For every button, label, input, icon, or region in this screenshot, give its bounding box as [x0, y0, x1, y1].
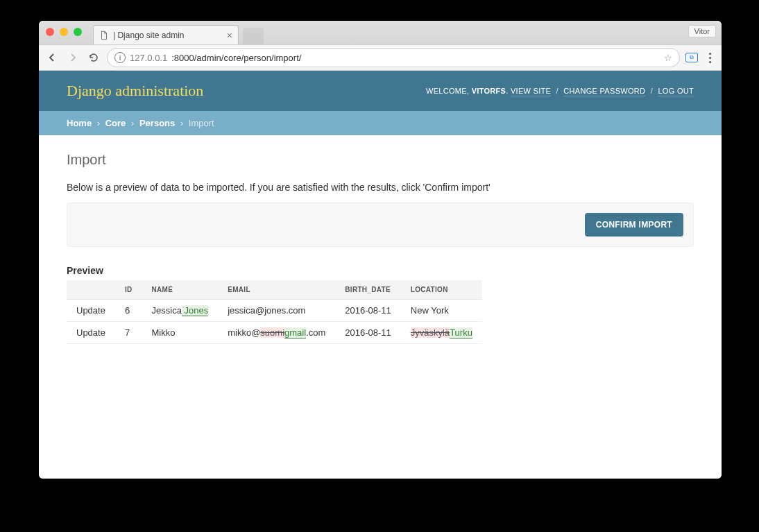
- page-title: Import: [67, 152, 694, 168]
- breadcrumb-model[interactable]: Persons: [139, 118, 175, 128]
- cell-id: 6: [115, 300, 142, 322]
- cell-email: jessica@jones.com: [218, 300, 335, 322]
- table-row: Update 7 Mikko mikko@suomigmail.com 2016…: [67, 322, 482, 344]
- welcome-label: WELCOME,: [426, 87, 469, 95]
- window-controls: [46, 28, 82, 36]
- minimize-window-button[interactable]: [60, 28, 68, 36]
- diff-insert: Jones: [182, 305, 208, 316]
- col-email: EMAIL: [218, 280, 335, 300]
- tab-title: | Django site admin: [113, 31, 185, 40]
- preview-description: Below is a preview of data to be importe…: [67, 182, 694, 193]
- cell-id: 7: [115, 322, 142, 344]
- profile-badge[interactable]: Vitor: [688, 25, 716, 37]
- close-tab-icon[interactable]: ×: [227, 30, 232, 41]
- separator: /: [554, 87, 561, 95]
- col-location: LOCATION: [401, 280, 482, 300]
- user-tools: WELCOME, VITORFS. VIEW SITE / CHANGE PAS…: [426, 87, 694, 95]
- diff-insert: gmail: [284, 327, 306, 338]
- maximize-window-button[interactable]: [74, 28, 82, 36]
- bookmark-icon[interactable]: ☆: [664, 53, 672, 63]
- preview-heading: Preview: [67, 265, 694, 276]
- extension-icon[interactable]: ⧉: [685, 53, 698, 62]
- browser-tab[interactable]: | Django site admin ×: [93, 25, 239, 44]
- separator: /: [648, 87, 656, 95]
- new-tab-button[interactable]: [243, 28, 264, 44]
- breadcrumb-app[interactable]: Core: [105, 118, 126, 128]
- cell-location: New York: [401, 300, 482, 322]
- table-header-row: ID NAME EMAIL BIRTH_DATE LOCATION: [67, 280, 482, 300]
- page-content: Django administration WELCOME, VITORFS. …: [39, 71, 722, 479]
- breadcrumb-home[interactable]: Home: [67, 118, 92, 128]
- diff-delete: suomi: [260, 327, 284, 338]
- forward-button[interactable]: [65, 50, 80, 65]
- content-main: Import Below is a preview of data to be …: [39, 135, 722, 361]
- back-button[interactable]: [44, 50, 60, 65]
- view-site-link[interactable]: VIEW SITE: [511, 87, 551, 96]
- col-name: NAME: [142, 280, 219, 300]
- breadcrumb-current: Import: [189, 118, 214, 128]
- site-info-icon[interactable]: i: [114, 52, 126, 63]
- col-id: ID: [115, 280, 142, 300]
- logout-link[interactable]: LOG OUT: [658, 87, 694, 96]
- col-birthdate: BIRTH_DATE: [335, 280, 401, 300]
- cell-location: JyväskyläTurku: [401, 322, 482, 344]
- cell-name: Mikko: [142, 322, 219, 344]
- submit-row: CONFIRM IMPORT: [67, 203, 694, 247]
- preview-table: ID NAME EMAIL BIRTH_DATE LOCATION Update…: [67, 280, 482, 344]
- address-bar[interactable]: i 127.0.0.1:8000/admin/core/person/impor…: [107, 48, 680, 67]
- cell-birthdate: 2016-08-11: [335, 300, 401, 322]
- cell-name: Jessica Jones: [142, 300, 219, 322]
- change-password-link[interactable]: CHANGE PASSWORD: [563, 87, 645, 96]
- reload-button[interactable]: [86, 50, 101, 65]
- breadcrumb: Home › Core › Persons › Import: [39, 111, 722, 135]
- url-host: 127.0.0.1: [130, 53, 167, 63]
- tab-strip: | Django site admin × Vitor: [39, 21, 722, 44]
- confirm-import-button[interactable]: CONFIRM IMPORT: [585, 213, 683, 237]
- cell-email: mikko@suomigmail.com: [218, 322, 335, 344]
- close-window-button[interactable]: [46, 28, 54, 36]
- username: VITORFS: [472, 87, 506, 95]
- diff-delete: Jyväskylä: [411, 327, 450, 338]
- diff-insert: Turku: [450, 327, 472, 338]
- admin-header: Django administration WELCOME, VITORFS. …: [39, 71, 722, 111]
- page-icon: [99, 31, 109, 40]
- url-path: :8000/admin/core/person/import/: [171, 53, 301, 63]
- browser-menu-icon[interactable]: [703, 53, 716, 63]
- cell-birthdate: 2016-08-11: [335, 322, 401, 344]
- cell-action: Update: [67, 322, 115, 344]
- cell-action: Update: [67, 300, 115, 322]
- site-title: Django administration: [67, 82, 203, 100]
- browser-toolbar: i 127.0.0.1:8000/admin/core/person/impor…: [39, 44, 722, 71]
- col-action: [67, 280, 115, 300]
- table-row: Update 6 Jessica Jones jessica@jones.com…: [67, 300, 482, 322]
- browser-window: | Django site admin × Vitor i 127.0.0.1:…: [39, 21, 722, 479]
